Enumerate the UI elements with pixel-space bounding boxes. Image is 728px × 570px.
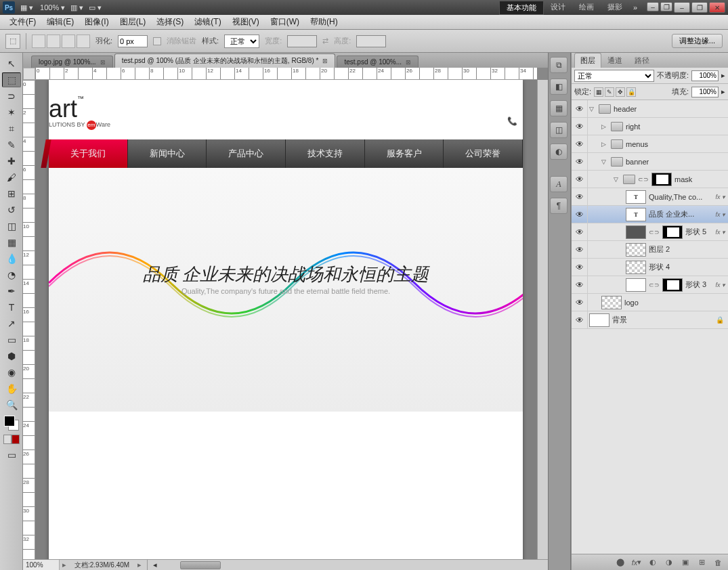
canvas-area[interactable]: art™ LUTIONS BY emWare 📞 关于我们新闻中心产品中心技术支…	[35, 80, 537, 559]
new-group-button[interactable]: ▣	[679, 557, 691, 568]
brush-tool[interactable]: 🖌	[2, 170, 21, 185]
quickmask-toggle[interactable]	[3, 435, 20, 444]
stamp-tool[interactable]: ⊞	[2, 186, 21, 201]
visibility-toggle[interactable]: 👁	[572, 188, 588, 205]
color-swatch[interactable]	[4, 416, 19, 431]
layer-row[interactable]: 👁T品质 企业未...fx ▾	[572, 206, 728, 223]
fx-badge[interactable]: fx ▾	[715, 194, 725, 200]
status-arrow-right[interactable]: ▸	[135, 561, 144, 569]
workspace-menu-icon[interactable]: »	[633, 3, 637, 12]
minimize-button[interactable]: –	[674, 2, 690, 13]
screen-mode-dropdown[interactable]: ▭ ▾	[89, 3, 102, 12]
vector-mask-thumbnail[interactable]	[662, 278, 683, 292]
adjustment-layer-button[interactable]: ◑	[663, 557, 675, 568]
selection-add-button[interactable]	[47, 35, 60, 48]
panel-tab[interactable]: 路径	[628, 53, 656, 68]
document-tab[interactable]: logo.jpg @ 100%...⊠	[31, 56, 113, 68]
layer-row[interactable]: 👁图层 2	[572, 241, 728, 259]
layer-row[interactable]: 👁形状 4	[572, 259, 728, 276]
layer-thumbnail[interactable]	[626, 261, 646, 274]
status-zoom[interactable]: 100%	[23, 560, 60, 570]
hand-tool[interactable]: ✋	[2, 381, 21, 396]
layer-row[interactable]: 👁▽banner	[572, 153, 728, 171]
layer-row[interactable]: 👁▽header	[572, 100, 728, 118]
menu-item[interactable]: 视图(V)	[227, 15, 265, 29]
scrollbar-horizontal-thumb[interactable]	[180, 561, 221, 569]
fill-input[interactable]	[691, 87, 719, 97]
ruler-horizontal[interactable]: 024681012141618202224262830323436	[35, 68, 537, 80]
scroll-left-button[interactable]: ◂	[150, 561, 160, 569]
ruler-origin[interactable]	[23, 68, 35, 80]
history-panel-icon[interactable]: ⧉	[550, 57, 568, 73]
blend-mode-select[interactable]: 正常	[574, 70, 654, 82]
twisty-icon[interactable]: ▽	[601, 158, 608, 165]
eyedropper-tool[interactable]: ✎	[2, 137, 21, 152]
color-panel-icon[interactable]: ◧	[550, 79, 568, 95]
mask-thumbnail[interactable]	[651, 173, 672, 186]
text-layer-thumbnail[interactable]: T	[626, 190, 646, 204]
close-tab-icon[interactable]: ⊠	[322, 58, 328, 64]
lasso-tool[interactable]: ⊃	[2, 89, 21, 104]
paragraph-panel-icon[interactable]: ¶	[550, 198, 568, 214]
layer-name[interactable]: menus	[626, 140, 648, 148]
menu-item[interactable]: 帮助(H)	[305, 15, 343, 29]
visibility-toggle[interactable]: 👁	[572, 171, 588, 188]
crop-tool[interactable]: ⌗	[2, 121, 21, 136]
layer-row[interactable]: 👁▷menus	[572, 135, 728, 153]
layer-thumbnail[interactable]	[589, 313, 609, 327]
layer-row[interactable]: 👁TQuality,The co...fx ▾	[572, 188, 728, 206]
layer-row[interactable]: 👁▽⊂⊃mask	[572, 171, 728, 188]
blur-tool[interactable]: 💧	[2, 251, 21, 266]
layer-row[interactable]: 👁▷right	[572, 118, 728, 135]
path-select-tool[interactable]: ↗	[2, 316, 21, 331]
layer-name[interactable]: 品质 企业未...	[649, 209, 694, 219]
layer-name[interactable]: logo	[624, 299, 639, 307]
visibility-toggle[interactable]: 👁	[572, 259, 588, 276]
visibility-toggle[interactable]: 👁	[572, 311, 588, 328]
menu-item[interactable]: 编辑(E)	[41, 15, 79, 29]
layer-name[interactable]: 形状 5	[685, 227, 706, 237]
layer-name[interactable]: 形状 3	[685, 280, 706, 290]
workspace-tab[interactable]: 基本功能	[499, 1, 544, 15]
layer-thumbnail[interactable]	[601, 296, 622, 309]
status-doc-size[interactable]: 文档:2.93M/6.40M	[69, 561, 135, 570]
adjustments-panel-icon[interactable]: ◐	[550, 144, 568, 160]
inner-restore-button[interactable]: ❐	[660, 2, 672, 12]
layer-name[interactable]: right	[626, 123, 640, 131]
refine-edge-button[interactable]: 调整边缘...	[672, 34, 723, 48]
title-dropdown[interactable]: ▦ ▾	[20, 3, 33, 12]
3d-tool[interactable]: ⬢	[2, 349, 21, 364]
selection-intersect-button[interactable]	[77, 35, 90, 48]
visibility-toggle[interactable]: 👁	[572, 294, 588, 311]
visibility-toggle[interactable]: 👁	[572, 153, 588, 170]
lock-pixels-button[interactable]: ✎	[605, 87, 614, 97]
lock-all-button[interactable]: 🔒	[626, 87, 636, 97]
character-panel-icon[interactable]: A	[550, 176, 568, 192]
swatches-panel-icon[interactable]: ▦	[550, 100, 568, 116]
close-button[interactable]: ✕	[709, 2, 725, 13]
layer-row[interactable]: 👁背景🔒	[572, 311, 728, 329]
document-tab[interactable]: test.psd @ 100%...⊠	[337, 56, 419, 68]
move-tool[interactable]: ↖	[2, 56, 21, 71]
styles-panel-icon[interactable]: ◫	[550, 122, 568, 138]
workspace-tab[interactable]: 摄影	[601, 1, 629, 15]
visibility-toggle[interactable]: 👁	[572, 100, 588, 117]
layer-name[interactable]: mask	[675, 175, 692, 183]
zoom-tool[interactable]: 🔍	[2, 397, 21, 412]
marquee-tool[interactable]: ⬚	[2, 72, 21, 87]
layer-mask-button[interactable]: ◐	[647, 557, 659, 568]
twisty-icon[interactable]: ▷	[601, 123, 608, 130]
dodge-tool[interactable]: ◔	[2, 267, 21, 282]
close-tab-icon[interactable]: ⊠	[100, 59, 106, 66]
visibility-toggle[interactable]: 👁	[572, 241, 588, 258]
fill-flyout-icon[interactable]: ▸	[721, 87, 725, 96]
ruler-vertical[interactable]: 0246810121416182022242628303234363840	[23, 80, 35, 559]
selection-new-button[interactable]	[32, 35, 45, 48]
layer-name[interactable]: header	[614, 105, 637, 113]
visibility-toggle[interactable]: 👁	[572, 206, 588, 223]
close-tab-icon[interactable]: ⊠	[406, 59, 411, 66]
twisty-icon[interactable]: ▽	[589, 106, 596, 112]
layer-row[interactable]: 👁⊂⊃形状 5fx ▾	[572, 223, 728, 241]
layer-fx-button[interactable]: fx▾	[630, 557, 643, 568]
text-layer-thumbnail[interactable]: T	[626, 208, 646, 221]
